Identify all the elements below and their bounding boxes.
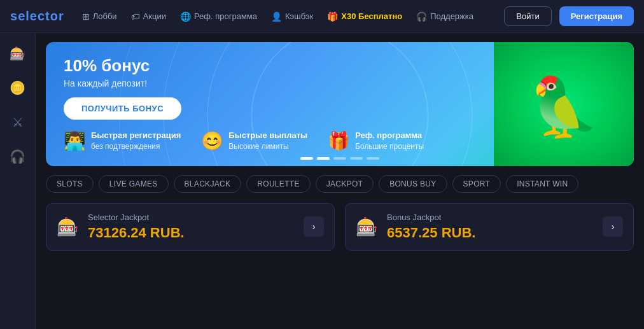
tab-instant-win[interactable]: INSTANT WIN	[506, 175, 578, 193]
jackpot-bonus-info: Bonus Jackpot 6537.25 RUB.	[387, 213, 594, 241]
header: selector ⊞ Лобби 🏷 Акции 🌐 Реф. программ…	[0, 0, 644, 33]
jackpot-bonus-amount: 6537.25 RUB.	[387, 225, 594, 241]
jackpot-card-bonus: 🎰 Bonus Jackpot 6537.25 RUB. ›	[345, 203, 634, 251]
nav-promo-label: Акции	[143, 11, 166, 21]
nav-free-label: Х30 Бесплатно	[341, 11, 402, 21]
bonus-button[interactable]: ПОЛУЧИТЬ БОНУС	[64, 97, 181, 120]
logo[interactable]: selector	[10, 9, 64, 24]
dot-2[interactable]	[317, 157, 330, 160]
jackpot-slots-icon-1: 🎰	[57, 216, 79, 237]
jackpot-bonus-label: Bonus Jackpot	[387, 213, 594, 222]
nav-free[interactable]: 🎁 Х30 Бесплатно	[322, 9, 407, 24]
tab-blackjack[interactable]: BLACKJACK	[174, 175, 242, 193]
tab-roulette[interactable]: ROULETTE	[246, 175, 310, 193]
referral-icon: 🎁	[328, 130, 350, 151]
sidebar-support-icon[interactable]: 🎧	[6, 145, 29, 168]
registration-icon: 👨‍💻	[64, 130, 86, 151]
jackpot-selector-label: Selector Jackpot	[88, 213, 295, 222]
feature-ref-line1: Реф. программа	[355, 130, 424, 141]
jackpot-card-selector: 🎰 Selector Jackpot 73126.24 RUB. ›	[46, 203, 335, 251]
banner-title: 10% бонус	[64, 56, 395, 76]
dot-4[interactable]	[350, 157, 363, 160]
gift-icon: 🎁	[327, 11, 338, 22]
feature-pay-line1: Быстрые выплаты	[228, 130, 307, 141]
nav-support-label: Поддержка	[430, 11, 473, 21]
tab-jackpot[interactable]: JACKPOT	[316, 175, 374, 193]
promo-icon: 🏷	[131, 11, 140, 22]
jackpot-bonus-arrow[interactable]: ›	[603, 216, 623, 237]
dot-3[interactable]	[333, 157, 346, 160]
feature-pay-line2: Высокие лимиты	[228, 142, 288, 151]
payouts-icon: 😊	[201, 130, 223, 151]
nav-cashback-label: Кэшбэк	[285, 11, 313, 21]
sidebar-chips-icon[interactable]: 🪙	[6, 76, 29, 99]
dot-5[interactable]	[367, 157, 379, 160]
parrot-illustration: 🦜	[528, 78, 599, 136]
sidebar: 🎰 🪙 ⚔ 🎧	[0, 33, 36, 329]
tab-sport[interactable]: SPORT	[452, 175, 501, 193]
nav-support[interactable]: 🎧 Поддержка	[411, 9, 479, 24]
feature-reg-line1: Быстрая регистрация	[91, 130, 181, 141]
banner-subtitle: На каждый депозит!	[64, 78, 395, 88]
feature-payouts: 😊 Быстрые выплаты Высокие лимиты	[201, 130, 307, 152]
login-button[interactable]: Войти	[504, 6, 551, 26]
dot-1[interactable]	[300, 157, 313, 160]
category-tabs: SLOTS LIVE GAMES BLACKJACK ROULETTE JACK…	[46, 175, 634, 193]
sidebar-games-icon[interactable]: ⚔	[8, 111, 27, 134]
nav-ref-label: Реф. программа	[194, 11, 257, 21]
banner-content: 10% бонус На каждый депозит! ПОЛУЧИТЬ БО…	[64, 56, 395, 120]
feature-ref-line2: Большие проценты	[355, 142, 424, 151]
sidebar-slots-icon[interactable]: 🎰	[6, 42, 29, 65]
nav-ref[interactable]: 🌐 Реф. программа	[175, 9, 262, 24]
feature-registration: 👨‍💻 Быстрая регистрация без подтверждени…	[64, 130, 181, 152]
nav-cashback[interactable]: 👤 Кэшбэк	[266, 9, 318, 24]
jackpot-selector-arrow[interactable]: ›	[304, 216, 324, 237]
feature-referral: 🎁 Реф. программа Большие проценты	[328, 130, 424, 152]
nav-promo[interactable]: 🏷 Акции	[126, 9, 171, 24]
jackpot-slots-icon-2: 🎰	[356, 216, 378, 237]
register-button[interactable]: Регистрация	[559, 6, 634, 26]
banner-dots	[300, 157, 379, 160]
promo-banner: 10% бонус На каждый депозит! ПОЛУЧИТЬ БО…	[46, 42, 634, 166]
feature-reg-line2: без подтверждения	[91, 142, 160, 151]
jackpot-row: 🎰 Selector Jackpot 73126.24 RUB. › 🎰 Bon…	[46, 203, 634, 251]
jackpot-selector-amount: 73126.24 RUB.	[88, 225, 295, 241]
banner-bird-art: 🦜	[494, 42, 634, 166]
tab-bonus-buy[interactable]: BONUS BUY	[379, 175, 447, 193]
cashback-icon: 👤	[271, 11, 282, 22]
tab-slots[interactable]: SLOTS	[46, 175, 94, 193]
main-layout: 🎰 🪙 ⚔ 🎧 10% бонус На каждый депозит! ПОЛ…	[0, 33, 644, 329]
lobby-icon: ⊞	[82, 11, 90, 22]
nav-lobby-label: Лобби	[93, 11, 117, 21]
ref-icon: 🌐	[180, 11, 191, 22]
tab-live[interactable]: LIVE GAMES	[99, 175, 169, 193]
nav-lobby[interactable]: ⊞ Лобби	[77, 9, 122, 24]
jackpot-selector-info: Selector Jackpot 73126.24 RUB.	[88, 213, 295, 241]
main-content: 10% бонус На каждый депозит! ПОЛУЧИТЬ БО…	[36, 33, 644, 329]
support-icon: 🎧	[416, 11, 427, 22]
